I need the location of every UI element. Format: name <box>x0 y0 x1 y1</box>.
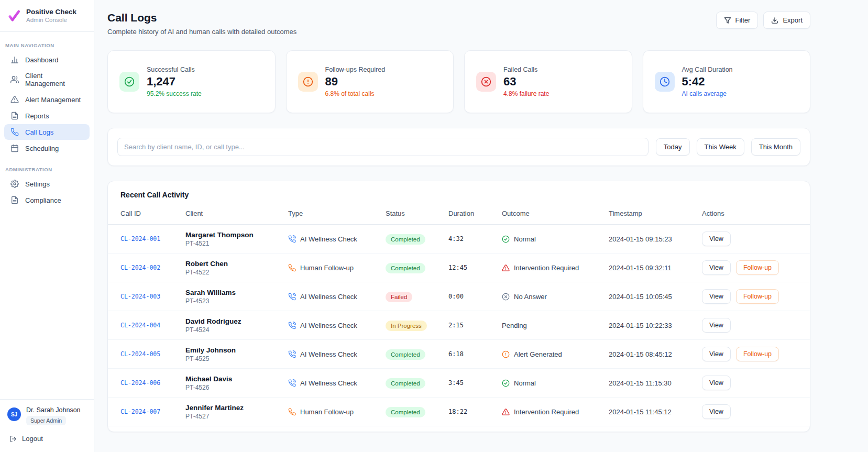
view-button[interactable]: View <box>702 318 731 333</box>
outcome-label: Pending <box>502 322 527 329</box>
range-button-today[interactable]: Today <box>656 138 690 156</box>
download-icon <box>771 17 778 24</box>
call-type: AI Wellness Check <box>288 293 386 301</box>
table-row: CL-2024-006 Michael Davis PT-4526 AI Wel… <box>108 369 810 398</box>
stat-cards: Successful Calls 1,247 95.2% success rat… <box>107 50 810 113</box>
row-actions: View <box>702 318 797 333</box>
x-circle-icon <box>502 293 510 301</box>
view-button[interactable]: View <box>702 347 731 361</box>
call-type: AI Wellness Check <box>288 235 386 243</box>
call-type-label: AI Wellness Check <box>300 350 357 358</box>
client-name: Michael Davis <box>185 375 288 383</box>
stat-label: Successful Calls <box>147 66 202 73</box>
sidebar-item-label: Compliance <box>25 196 61 204</box>
sidebar-item-label: Settings <box>25 180 50 188</box>
range-button-this-week[interactable]: This Week <box>697 138 744 156</box>
view-button[interactable]: View <box>702 231 731 246</box>
call-duration: 2:15 <box>448 322 502 329</box>
call-timestamp: 2024-01-15 09:32:11 <box>609 264 702 272</box>
avatar: SJ <box>7 407 21 421</box>
sidebar-item-compliance[interactable]: Compliance <box>4 192 90 208</box>
client-name: Emily Johnson <box>185 346 288 354</box>
logout-label: Logout <box>22 435 43 443</box>
export-label: Export <box>783 16 803 24</box>
sidebar-item-alert-management[interactable]: Alert Management <box>4 92 90 107</box>
sidebar-item-label: Dashboard <box>25 56 59 64</box>
view-button[interactable]: View <box>702 260 731 275</box>
sidebar-section-label: MAIN NAVIGATION <box>4 40 90 51</box>
call-id-link[interactable]: CL-2024-001 <box>120 235 185 242</box>
sidebar-item-client-management[interactable]: Client Management <box>4 68 90 91</box>
call-activity-card: Recent Call Activity Call IDClientTypeSt… <box>107 181 810 432</box>
export-button[interactable]: Export <box>763 12 810 29</box>
sidebar-item-label: Scheduling <box>25 145 59 152</box>
user-role-badge: Super Admin <box>26 416 66 425</box>
page-title: Call Logs <box>107 12 296 24</box>
client-id: PT-4526 <box>185 384 288 391</box>
sidebar: Positive Check Admin Console MAIN NAVIGA… <box>0 0 94 452</box>
stat-label: Avg Call Duration <box>682 66 733 73</box>
column-header-outcome: Outcome <box>502 204 609 224</box>
stat-caption: 4.8% failure rate <box>503 90 549 97</box>
call-timestamp: 2024-01-15 08:45:12 <box>609 350 702 358</box>
range-button-this-month[interactable]: This Month <box>751 138 800 156</box>
sidebar-item-scheduling[interactable]: Scheduling <box>4 140 90 156</box>
call-duration: 6:18 <box>448 350 502 358</box>
client-id: PT-4522 <box>185 269 288 276</box>
outcome-label: Normal <box>514 235 536 243</box>
bar-chart-icon <box>10 56 19 64</box>
call-id-link[interactable]: CL-2024-007 <box>120 408 185 415</box>
call-outcome: Intervention Required <box>502 408 609 416</box>
sidebar-item-reports[interactable]: Reports <box>4 108 90 124</box>
view-button[interactable]: View <box>702 404 731 419</box>
call-id-link[interactable]: CL-2024-006 <box>120 379 185 387</box>
call-timestamp: 2024-01-15 11:45:12 <box>609 408 702 416</box>
follow-up-button[interactable]: Follow-up <box>736 347 779 361</box>
call-outcome: Alert Generated <box>502 350 609 358</box>
check-circle-icon <box>502 379 510 387</box>
sidebar-item-dashboard[interactable]: Dashboard <box>4 52 90 68</box>
stat-value: 1,247 <box>147 75 202 89</box>
call-type: AI Wellness Check <box>288 322 386 329</box>
view-button[interactable]: View <box>702 289 731 304</box>
column-header-actions: Actions <box>702 204 797 224</box>
table-body: CL-2024-001 Margaret Thompson PT-4521 AI… <box>108 225 810 426</box>
sidebar-item-call-logs[interactable]: Call Logs <box>4 124 90 140</box>
stat-label: Follow-ups Required <box>325 66 386 73</box>
follow-up-button[interactable]: Follow-up <box>736 260 779 275</box>
column-header-timestamp: Timestamp <box>609 204 702 224</box>
row-actions: ViewFollow-up <box>702 260 797 275</box>
column-header-status: Status <box>386 204 448 224</box>
sidebar-item-settings[interactable]: Settings <box>4 176 90 192</box>
app-subtitle: Admin Console <box>26 17 76 23</box>
call-id-link[interactable]: CL-2024-004 <box>120 322 185 329</box>
call-outcome: Intervention Required <box>502 264 609 272</box>
call-type: AI Wellness Check <box>288 379 386 387</box>
logout-button[interactable]: Logout <box>7 434 86 444</box>
client-id: PT-4527 <box>185 413 288 420</box>
outcome-label: Intervention Required <box>514 264 579 272</box>
phone-call-icon <box>288 379 296 387</box>
call-outcome: Normal <box>502 235 609 243</box>
call-type-label: Human Follow-up <box>300 264 354 272</box>
follow-up-button[interactable]: Follow-up <box>736 289 779 304</box>
filter-button[interactable]: Filter <box>716 12 759 29</box>
stat-card: Avg Call Duration 5:42 AI calls average <box>643 50 811 113</box>
app-title: Positive Check <box>26 8 76 16</box>
user-name: Dr. Sarah Johnson <box>26 406 81 414</box>
phone-icon <box>288 264 296 272</box>
outcome-label: Alert Generated <box>514 350 562 358</box>
main-content: Call Logs Complete history of AI and hum… <box>95 0 868 432</box>
status-badge: In Progress <box>386 321 427 331</box>
call-type-label: AI Wellness Check <box>300 293 357 301</box>
row-actions: ViewFollow-up <box>702 289 797 304</box>
sidebar-logo: Positive Check Admin Console <box>0 0 94 32</box>
call-id-link[interactable]: CL-2024-002 <box>120 264 185 271</box>
call-duration: 3:45 <box>448 379 502 387</box>
view-button[interactable]: View <box>702 376 731 390</box>
column-header-type: Type <box>288 204 386 224</box>
call-id-link[interactable]: CL-2024-003 <box>120 293 185 300</box>
search-input[interactable] <box>117 138 649 156</box>
call-id-link[interactable]: CL-2024-005 <box>120 350 185 358</box>
table-row: CL-2024-004 David Rodriguez PT-4524 AI W… <box>108 311 810 340</box>
